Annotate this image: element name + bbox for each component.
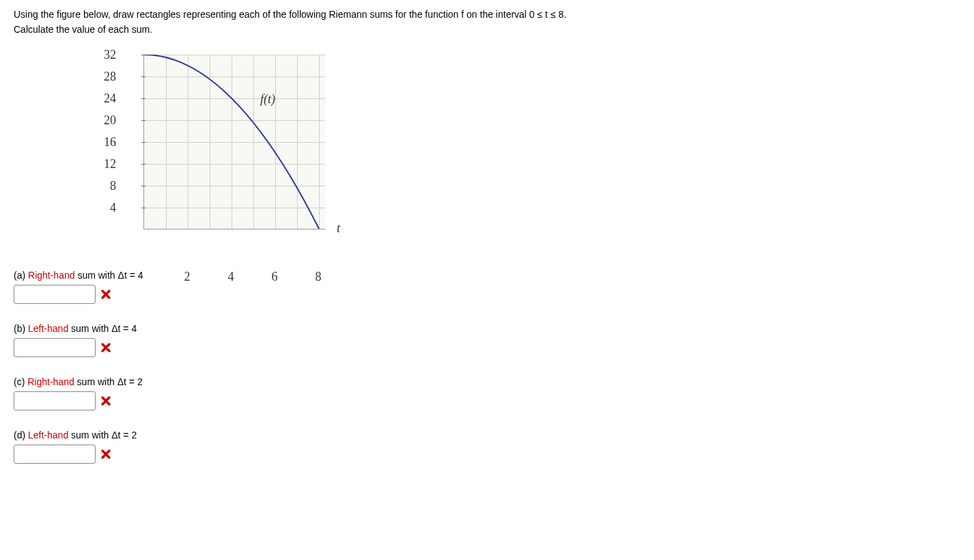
instructions: Using the figure below, draw rectangles …: [14, 7, 960, 38]
question-d: (d) Left-hand sum with Δt = 2: [14, 430, 960, 464]
y-tick-20: 20: [96, 113, 116, 127]
answer-row-b: [14, 338, 960, 357]
question-a-text: (a) Right-hand sum with Δt = 4: [14, 270, 960, 281]
function-curve: [144, 55, 319, 229]
answer-input-b[interactable]: [14, 338, 96, 357]
question-c-rest: sum with Δt = 2: [74, 376, 143, 387]
function-label: f(t): [260, 92, 275, 107]
question-a-label: (a): [14, 270, 25, 281]
figure: 32 28 24 20 16 12 8 4: [116, 51, 960, 249]
question-c-label: (c): [14, 376, 25, 387]
question-b-rest: sum with Δt = 4: [68, 323, 137, 334]
x-axis-label: t: [337, 221, 340, 236]
answer-input-d[interactable]: [14, 445, 96, 464]
question-d-hand: Left-hand: [28, 430, 68, 440]
chart: 32 28 24 20 16 12 8 4: [116, 51, 348, 249]
question-a-rest: sum with Δt = 4: [75, 270, 143, 281]
answer-row-a: [14, 285, 960, 304]
answer-row-d: [14, 445, 960, 464]
incorrect-icon: [100, 341, 112, 354]
question-d-text: (d) Left-hand sum with Δt = 2: [14, 430, 960, 440]
x-tick-2: 2: [184, 270, 191, 284]
y-tick-12: 12: [96, 156, 116, 171]
x-tick-6: 6: [272, 270, 278, 284]
answer-row-c: [14, 391, 960, 410]
answer-input-a[interactable]: [14, 285, 96, 304]
answer-input-c[interactable]: [14, 391, 96, 410]
y-tick-32: 32: [96, 47, 116, 61]
question-a: (a) Right-hand sum with Δt = 4: [14, 270, 960, 304]
question-c-hand: Right-hand: [27, 376, 74, 387]
question-b-text: (b) Left-hand sum with Δt = 4: [14, 323, 960, 334]
y-tick-28: 28: [96, 69, 116, 83]
y-tick-4: 4: [96, 200, 116, 214]
question-d-label: (d): [14, 430, 25, 440]
instructions-line1: Using the figure below, draw rectangles …: [14, 9, 566, 20]
question-c-text: (c) Right-hand sum with Δt = 2: [14, 376, 960, 387]
incorrect-icon: [100, 288, 112, 300]
instructions-line2: Calculate the value of each sum.: [14, 24, 152, 35]
y-tick-24: 24: [96, 91, 116, 105]
y-tick-8: 8: [96, 178, 116, 193]
question-c: (c) Right-hand sum with Δt = 2: [14, 376, 960, 410]
question-b-label: (b): [14, 323, 25, 334]
question-b-hand: Left-hand: [28, 323, 68, 334]
incorrect-icon: [100, 448, 112, 460]
x-tick-4: 4: [228, 270, 234, 284]
plot-area: f(t) t: [143, 55, 325, 229]
curve-svg: [144, 55, 325, 229]
y-tick-16: 16: [96, 135, 116, 149]
x-tick-8: 8: [316, 270, 322, 284]
question-b: (b) Left-hand sum with Δt = 4: [14, 323, 960, 357]
question-d-rest: sum with Δt = 2: [68, 430, 137, 440]
incorrect-icon: [100, 395, 112, 407]
question-a-hand: Right-hand: [28, 270, 75, 281]
